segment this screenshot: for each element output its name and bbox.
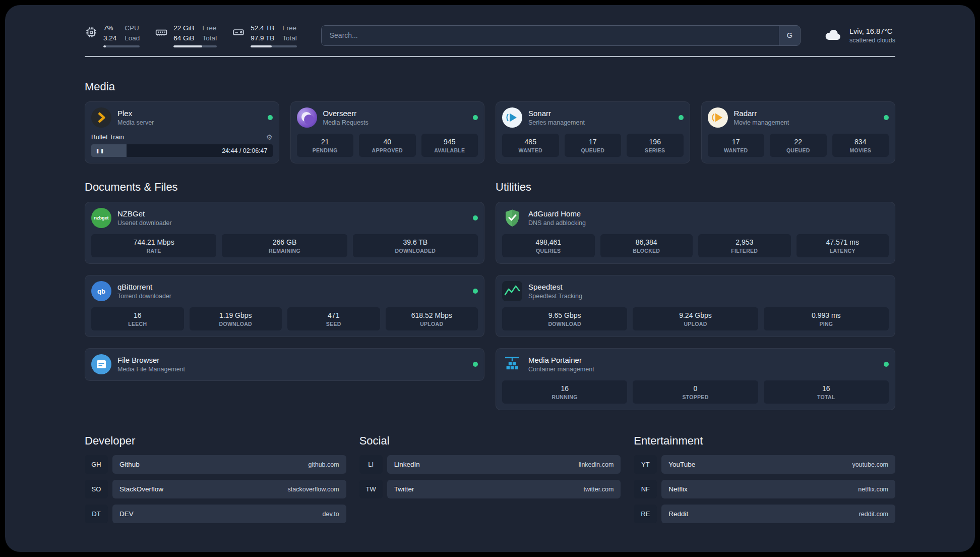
- stat-upload: 9.24 Gbps UPLOAD: [633, 307, 758, 330]
- bookmark-abbr: SO: [85, 480, 108, 498]
- service-desc: Media File Management: [117, 366, 185, 373]
- portainer-icon: [502, 354, 522, 374]
- bookmark-netflix[interactable]: NF Netflix netflix.com: [634, 480, 895, 498]
- bookmark-abbr: RE: [634, 505, 657, 523]
- bookmark-twitter[interactable]: TW Twitter twitter.com: [359, 480, 621, 498]
- service-desc: Torrent downloader: [117, 293, 171, 300]
- cpu-progress-fill: [103, 45, 106, 47]
- bookmark-domain: youtube.com: [852, 461, 888, 468]
- stat-pending: 21 PENDING: [297, 134, 354, 157]
- cpu-icon: [85, 26, 98, 39]
- cloud-icon: [823, 25, 843, 45]
- speedtest-icon: [502, 281, 522, 301]
- bookmark-name: DEV: [119, 510, 134, 518]
- bookmark-group-developer: Developer GH Github github.com SO StackO…: [85, 434, 346, 523]
- filebrowser-icon: [91, 354, 111, 374]
- service-desc: Media Requests: [323, 119, 369, 126]
- stat-remaining: 266 GB REMAINING: [222, 234, 347, 257]
- bookmark-domain: reddit.com: [859, 511, 888, 518]
- disk-icon: [232, 26, 245, 39]
- stat-upload: 618.52 Mbps UPLOAD: [386, 307, 478, 330]
- bookmark-group-title: Social: [359, 434, 621, 448]
- search-provider-button[interactable]: G: [779, 26, 800, 45]
- memory-total: 64 GiB: [173, 33, 194, 43]
- bookmark-reddit[interactable]: RE Reddit reddit.com: [634, 505, 895, 523]
- status-dot: [473, 362, 478, 367]
- memory-widget: 22 GiB 64 GiB Free Total: [155, 23, 217, 47]
- service-desc: Movie management: [734, 119, 789, 126]
- disk-total: 97.9 TB: [251, 33, 274, 43]
- bookmark-dev[interactable]: DT DEV dev.to: [85, 505, 346, 523]
- service-name: Sonarr: [528, 109, 585, 118]
- service-name: qBittorrent: [117, 283, 171, 291]
- bookmark-abbr: NF: [634, 480, 657, 498]
- stat-latency: 47.571 ms LATENCY: [797, 234, 889, 257]
- service-desc: Series management: [528, 119, 585, 126]
- service-desc: Container management: [528, 366, 594, 373]
- section-documents: Documents & Files nzbget NZBGet Usenet d…: [85, 181, 484, 381]
- service-name: Speedtest: [528, 283, 582, 291]
- nzbget-icon: nzbget: [91, 208, 111, 228]
- bookmark-youtube[interactable]: YT YouTube youtube.com: [634, 455, 895, 474]
- stat-leech: 16 LEECH: [91, 307, 184, 330]
- stat-wanted: 485 WANTED: [502, 134, 559, 157]
- bookmark-abbr: YT: [634, 455, 657, 474]
- disk-free: 52.4 TB: [251, 23, 274, 33]
- card-portainer[interactable]: Media Portainer Container management 16 …: [496, 348, 895, 410]
- bookmark-domain: netflix.com: [858, 486, 888, 493]
- bookmark-github[interactable]: GH Github github.com: [85, 455, 346, 474]
- search-bar: G: [321, 25, 801, 46]
- disk-label-top: Free: [282, 23, 297, 33]
- bookmark-stackoverflow[interactable]: SO StackOverflow stackoverflow.com: [85, 480, 346, 498]
- service-desc: Media server: [117, 119, 154, 126]
- now-playing-title: Bullet Train: [91, 133, 124, 141]
- weather-widget: Lviv, 16.87°C scattered clouds: [823, 25, 895, 45]
- service-name: Media Portainer: [528, 356, 594, 364]
- bookmark-domain: dev.to: [323, 511, 339, 518]
- card-radarr[interactable]: Radarr Movie management 17 WANTED 22 QUE…: [701, 101, 896, 163]
- cpu-info: 7% 3.24 CPU Load: [103, 23, 140, 47]
- status-dot: [884, 115, 889, 120]
- stat-seed: 471 SEED: [287, 307, 380, 330]
- overseerr-icon: [297, 107, 317, 128]
- memory-label-top: Free: [203, 23, 217, 33]
- now-playing-progressbar: ❚❚ 24:44 / 02:06:47: [91, 144, 273, 157]
- card-qbittorrent[interactable]: qb qBittorrent Torrent downloader 16 LEE…: [85, 275, 484, 337]
- search-input[interactable]: [322, 26, 779, 45]
- card-sonarr[interactable]: Sonarr Series management 485 WANTED 17 Q…: [496, 101, 690, 163]
- card-speedtest[interactable]: Speedtest Speedtest Tracking 9.65 Gbps D…: [496, 275, 895, 337]
- stat-downloaded: 39.6 TB DOWNLOADED: [353, 234, 478, 257]
- bookmark-name: Netflix: [668, 485, 688, 493]
- stat-download: 9.65 Gbps DOWNLOAD: [502, 307, 627, 330]
- bookmark-name: Reddit: [668, 510, 688, 518]
- card-plex[interactable]: Plex Media server Bullet Train ⚙ ❚❚ 24:4…: [85, 101, 279, 163]
- service-name: File Browser: [117, 356, 185, 364]
- stat-total: 16 TOTAL: [764, 380, 889, 404]
- service-desc: Usenet downloader: [117, 219, 172, 227]
- stat-available: 945 AVAILABLE: [421, 134, 478, 157]
- stat-series: 196 SERIES: [627, 134, 684, 157]
- service-name: Overseerr: [323, 109, 369, 118]
- bookmark-domain: linkedin.com: [579, 461, 614, 468]
- weather-location: Lviv, 16.87°C: [849, 27, 895, 35]
- stat-ping: 0.993 ms PING: [764, 307, 889, 330]
- pause-icon: ❚❚: [96, 148, 105, 153]
- bookmark-linkedin[interactable]: LI LinkedIn linkedin.com: [359, 455, 621, 474]
- card-nzbget[interactable]: nzbget NZBGet Usenet downloader 744.21 M…: [85, 202, 484, 264]
- memory-progressbar: [173, 45, 217, 47]
- stat-filtered: 2,953 FILTERED: [698, 234, 791, 257]
- stat-queued: 17 QUEUED: [565, 134, 622, 157]
- cpu-progressbar: [103, 45, 140, 47]
- stat-running: 16 RUNNING: [502, 380, 627, 404]
- card-filebrowser[interactable]: File Browser Media File Management: [85, 348, 484, 381]
- memory-progress-fill: [173, 45, 202, 47]
- card-overseerr[interactable]: Overseerr Media Requests 21 PENDING 40 A…: [290, 101, 485, 163]
- card-adguard[interactable]: AdGuard Home DNS and adblocking 498,461 …: [496, 202, 895, 264]
- dashboard: 7% 3.24 CPU Load: [5, 5, 975, 552]
- gear-icon[interactable]: ⚙: [266, 134, 273, 141]
- stat-wanted: 17 WANTED: [708, 134, 765, 157]
- status-dot: [473, 289, 478, 294]
- status-dot: [268, 115, 273, 120]
- section-media: Media Plex Media server Bullet Train ⚙: [85, 80, 895, 163]
- bookmark-abbr: TW: [359, 480, 383, 498]
